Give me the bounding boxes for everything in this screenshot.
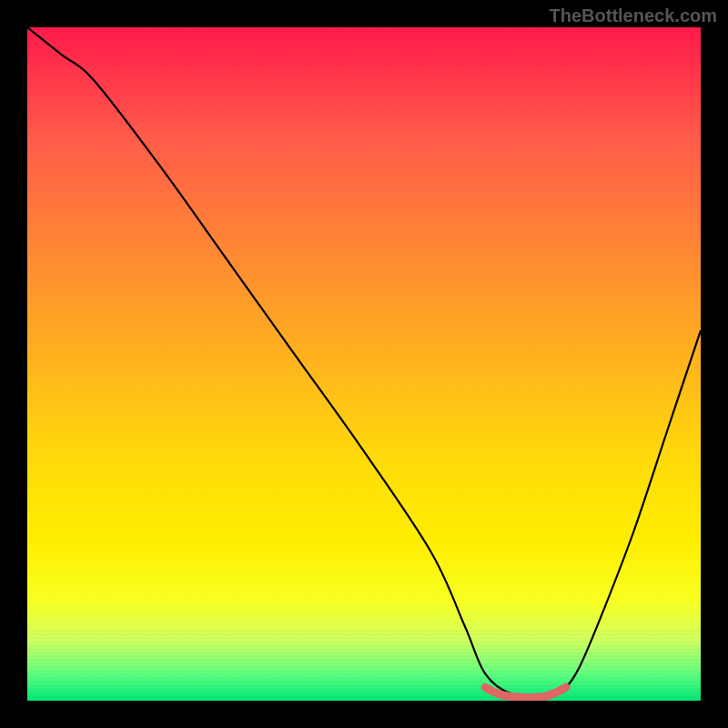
bottleneck-curve-svg <box>27 27 701 701</box>
optimal-zone-path <box>485 687 566 698</box>
watermark-text: TheBottleneck.com <box>550 5 717 26</box>
main-curve-path <box>27 27 701 696</box>
chart-plot-area <box>27 27 701 701</box>
